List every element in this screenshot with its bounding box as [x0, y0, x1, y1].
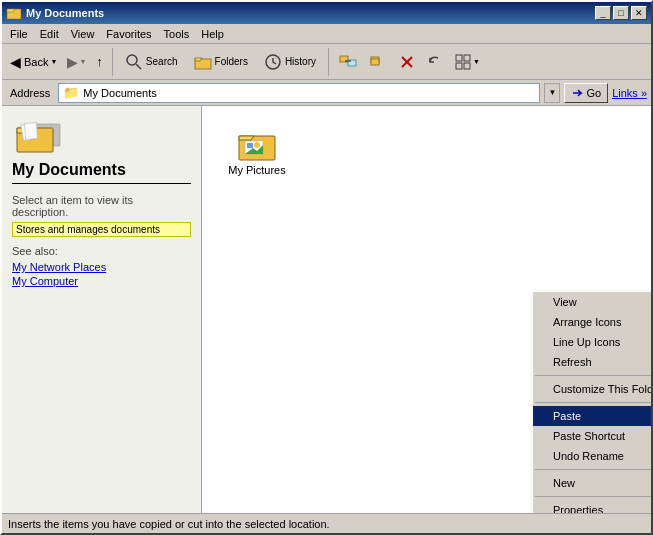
- menu-bar: File Edit View Favorites Tools Help: [2, 24, 651, 44]
- copy-icon: [368, 52, 388, 72]
- address-bar: Address 📁 My Documents ▼ Go Links »: [2, 80, 651, 106]
- ctx-paste-label: Paste: [553, 410, 581, 422]
- menu-edit[interactable]: Edit: [34, 26, 65, 42]
- minimize-button[interactable]: _: [595, 6, 611, 20]
- ctx-new-label: New: [553, 477, 575, 489]
- ctx-refresh[interactable]: Refresh: [533, 352, 651, 372]
- title-bar: My Documents _ □ ✕: [2, 2, 651, 24]
- content-area: My Documents Select an item to view its …: [2, 106, 651, 513]
- ctx-customize-folder[interactable]: Customize This Folder...: [533, 379, 651, 399]
- up-button[interactable]: ↑: [92, 48, 107, 76]
- folders-icon: [194, 53, 212, 71]
- my-network-places-link[interactable]: My Network Places: [12, 261, 191, 273]
- window: My Documents _ □ ✕ File Edit View Favori…: [0, 0, 653, 535]
- undo-icon: [426, 53, 444, 71]
- views-dropdown-icon: ▼: [473, 58, 480, 65]
- undo-button[interactable]: [422, 48, 448, 76]
- back-label: Back: [24, 56, 48, 68]
- ctx-properties-label: Properties: [553, 504, 603, 513]
- svg-rect-15: [464, 55, 470, 61]
- menu-file[interactable]: File: [4, 26, 34, 42]
- maximize-button[interactable]: □: [613, 6, 629, 20]
- address-folder-icon: 📁: [63, 85, 79, 100]
- up-icon: ↑: [96, 54, 103, 69]
- ctx-paste[interactable]: Paste: [533, 406, 651, 426]
- file-area[interactable]: My Pictures View ▶ Arrange Icons ▶ Line …: [202, 106, 651, 513]
- stores-label: Stores and manages documents: [16, 224, 160, 235]
- search-label: Search: [146, 56, 178, 67]
- go-arrow-icon: [571, 87, 583, 99]
- ctx-new[interactable]: New ▶: [533, 473, 651, 493]
- panel-section-label: Select an item to view its description.: [12, 194, 191, 218]
- svg-rect-17: [464, 63, 470, 69]
- menu-tools[interactable]: Tools: [158, 26, 196, 42]
- my-computer-link[interactable]: My Computer: [12, 275, 191, 287]
- go-label: Go: [586, 87, 601, 99]
- ctx-refresh-label: Refresh: [553, 356, 592, 368]
- title-bar-left: My Documents: [6, 5, 104, 21]
- ctx-separator-2: [535, 402, 651, 403]
- toolbar-separator-2: [328, 48, 329, 76]
- history-icon: [264, 53, 282, 71]
- toolbar: ◀ Back ▼ ▶ ▼ ↑ Search: [2, 44, 651, 80]
- left-panel: My Documents Select an item to view its …: [2, 106, 202, 513]
- ctx-arrange-icons[interactable]: Arrange Icons ▶: [533, 312, 651, 332]
- ctx-separator-4: [535, 496, 651, 497]
- address-input[interactable]: 📁 My Documents: [58, 83, 540, 103]
- forward-button[interactable]: ▶ ▼: [63, 48, 90, 76]
- svg-rect-11: [371, 59, 379, 65]
- svg-rect-27: [247, 143, 253, 148]
- svg-point-2: [127, 55, 137, 65]
- menu-help[interactable]: Help: [195, 26, 230, 42]
- status-text: Inserts the items you have copied or cut…: [8, 518, 330, 530]
- search-button[interactable]: Search: [118, 50, 185, 74]
- my-pictures-label: My Pictures: [228, 164, 285, 176]
- svg-marker-25: [239, 136, 254, 140]
- svg-rect-23: [24, 123, 37, 140]
- menu-view[interactable]: View: [65, 26, 101, 42]
- my-pictures-folder-icon: [237, 126, 277, 164]
- ctx-customize-label: Customize This Folder...: [553, 383, 651, 395]
- copy-to-button[interactable]: [364, 48, 392, 76]
- history-label: History: [285, 56, 316, 67]
- back-icon: ◀: [10, 54, 21, 70]
- ctx-lineup-label: Line Up Icons: [553, 336, 620, 348]
- search-icon: [125, 53, 143, 71]
- forward-dropdown-icon: ▼: [79, 58, 86, 65]
- svg-rect-14: [456, 55, 462, 61]
- history-button[interactable]: History: [257, 50, 323, 74]
- svg-rect-16: [456, 63, 462, 69]
- ctx-undo-rename[interactable]: Undo Rename Ctrl+Z: [533, 446, 651, 466]
- ctx-paste-shortcut-label: Paste Shortcut: [553, 430, 625, 442]
- ctx-view[interactable]: View ▶: [533, 292, 651, 312]
- title-controls: _ □ ✕: [595, 6, 647, 20]
- menu-favorites[interactable]: Favorites: [100, 26, 157, 42]
- move-icon: [338, 52, 358, 72]
- address-label: Address: [6, 87, 54, 99]
- forward-icon: ▶: [67, 54, 78, 70]
- back-button[interactable]: ◀ Back ▼: [6, 48, 61, 76]
- ctx-paste-shortcut[interactable]: Paste Shortcut: [533, 426, 651, 446]
- ctx-lineup-icons[interactable]: Line Up Icons: [533, 332, 651, 352]
- ctx-undo-rename-label: Undo Rename: [553, 450, 624, 462]
- ctx-view-label: View: [553, 296, 577, 308]
- delete-icon: [398, 53, 416, 71]
- go-button[interactable]: Go: [564, 83, 608, 103]
- move-to-button[interactable]: [334, 48, 362, 76]
- context-menu: View ▶ Arrange Icons ▶ Line Up Icons Ref…: [532, 291, 651, 513]
- folders-label: Folders: [215, 56, 248, 67]
- ctx-properties[interactable]: Properties: [533, 500, 651, 513]
- status-bar: Inserts the items you have copied or cut…: [2, 513, 651, 533]
- close-button[interactable]: ✕: [631, 6, 647, 20]
- see-also-label: See also:: [12, 245, 191, 257]
- large-folder-icon: [12, 116, 62, 161]
- my-pictures-folder[interactable]: My Pictures: [222, 126, 292, 176]
- ctx-separator-3: [535, 469, 651, 470]
- address-dropdown-button[interactable]: ▼: [544, 83, 560, 103]
- views-button[interactable]: ▼: [450, 48, 484, 76]
- folders-button[interactable]: Folders: [187, 50, 255, 74]
- links-button[interactable]: Links »: [612, 87, 647, 99]
- delete-button[interactable]: [394, 48, 420, 76]
- toolbar-separator-1: [112, 48, 113, 76]
- svg-line-3: [136, 64, 141, 69]
